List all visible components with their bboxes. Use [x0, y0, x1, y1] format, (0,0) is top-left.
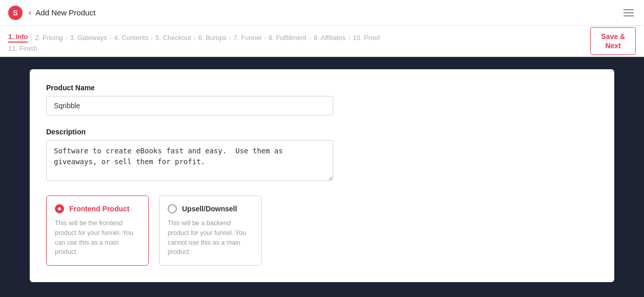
product-type-desc-frontend: This will be the frontend product for yo… — [55, 219, 140, 257]
description-input[interactable] — [46, 140, 333, 181]
breadcrumb-item-bumps[interactable]: 6. Bumps — [198, 34, 227, 42]
breadcrumb-label-gateways: 3. Gateways — [70, 34, 107, 42]
menu-button[interactable] — [621, 7, 636, 18]
breadcrumb-label-fulfillment: 8. Fulfillment — [269, 34, 307, 42]
breadcrumb-item-info[interactable]: 1. Info — [8, 33, 28, 43]
breadcrumb-item-gateways[interactable]: 3. Gateways — [70, 34, 107, 42]
product-type-header-upsell: Upsell/Downsell — [168, 204, 253, 213]
breadcrumb-label-proof: 10. Proof — [353, 34, 380, 42]
breadcrumb-label-info: 1. Info — [8, 33, 28, 43]
product-form-card: Product Name Description Frontend Produc… — [30, 69, 614, 282]
breadcrumb-label-affiliates: 9. Affiliates — [313, 34, 346, 42]
back-button[interactable]: ‹ — [29, 8, 31, 17]
radio-frontend — [55, 204, 64, 213]
breadcrumb-label-finish: 11. Finish — [8, 45, 37, 52]
breadcrumb-row-1: 1. Info›2. Pricing›3. Gateways›4. Conten… — [8, 26, 636, 43]
breadcrumb-item-pricing[interactable]: 2. Pricing — [35, 34, 63, 42]
breadcrumb-separator: › — [194, 34, 196, 42]
breadcrumb-separator: › — [229, 34, 231, 42]
product-type-card-frontend[interactable]: Frontend ProductThis will be the fronten… — [46, 195, 149, 266]
product-type-header-frontend: Frontend Product — [55, 204, 140, 213]
main-content: Product Name Description Frontend Produc… — [0, 57, 644, 297]
product-type-title-upsell: Upsell/Downsell — [182, 205, 237, 213]
product-type-card-upsell[interactable]: Upsell/DownsellThis will be a backend pr… — [159, 195, 261, 266]
page-title: Add New Product — [35, 8, 95, 17]
radio-upsell — [168, 204, 177, 213]
breadcrumb-label-funnel: 7. Funnel — [234, 34, 261, 42]
breadcrumb-item-checkout[interactable]: 5. Checkout — [155, 34, 191, 42]
breadcrumb-label-bumps: 6. Bumps — [198, 34, 227, 42]
breadcrumb-item-fulfillment[interactable]: 8. Fulfillment — [269, 34, 307, 42]
breadcrumb-row-2: 11. Finish — [8, 43, 636, 56]
breadcrumb-nav: 1. Info›2. Pricing›3. Gateways›4. Conten… — [0, 26, 644, 57]
product-type-title-frontend: Frontend Product — [69, 205, 129, 213]
back-icon: ‹ — [29, 8, 31, 17]
breadcrumb-separator: › — [110, 34, 112, 42]
app-header: S ‹ Add New Product — [0, 0, 644, 26]
breadcrumb-separator: › — [30, 34, 32, 42]
breadcrumb-label-contents: 4. Contents — [114, 34, 149, 42]
breadcrumb-label-pricing: 2. Pricing — [35, 34, 63, 42]
breadcrumb-separator: › — [65, 34, 67, 42]
description-label: Description — [46, 128, 598, 136]
breadcrumb-item-contents[interactable]: 4. Contents — [114, 34, 149, 42]
app-logo: S — [8, 6, 23, 20]
product-type-desc-upsell: This will be a backend product for your … — [168, 219, 253, 257]
breadcrumb-item-funnel[interactable]: 7. Funnel — [234, 34, 261, 42]
breadcrumb-separator: › — [309, 34, 311, 42]
description-group: Description — [46, 128, 598, 183]
breadcrumb-separator: › — [151, 34, 153, 42]
product-name-label: Product Name — [46, 84, 598, 92]
breadcrumb-item-affiliates[interactable]: 9. Affiliates — [313, 34, 346, 42]
breadcrumb-rows: 1. Info›2. Pricing›3. Gateways›4. Conten… — [8, 26, 636, 56]
save-next-button[interactable]: Save &Next — [590, 27, 636, 55]
breadcrumb-separator: › — [348, 34, 350, 42]
breadcrumb-separator: › — [264, 34, 266, 42]
breadcrumb-label-checkout: 5. Checkout — [155, 34, 191, 42]
breadcrumb-item-proof[interactable]: 10. Proof — [353, 34, 380, 42]
product-name-input[interactable] — [46, 96, 333, 115]
breadcrumb-item-finish[interactable]: 11. Finish — [8, 45, 37, 52]
product-type-selection: Frontend ProductThis will be the fronten… — [46, 195, 598, 266]
product-name-group: Product Name — [46, 84, 598, 115]
